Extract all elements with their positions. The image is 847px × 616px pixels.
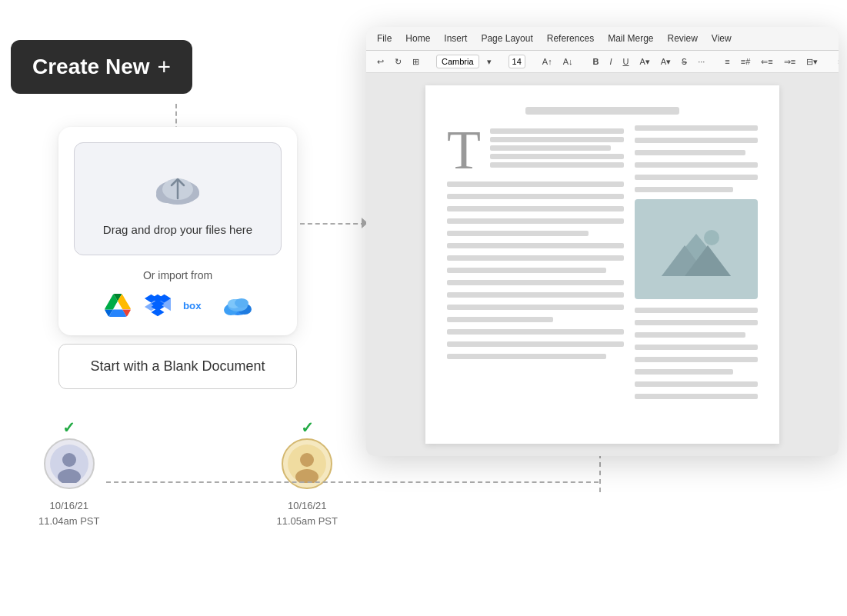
text-line <box>447 268 606 273</box>
doc-column-left: T <box>447 125 624 428</box>
text-line <box>447 280 624 285</box>
image-placeholder <box>635 199 758 299</box>
toolbar-italic[interactable]: I <box>606 55 615 68</box>
svg-point-19 <box>704 230 719 245</box>
toolbar-underline[interactable]: U <box>620 55 632 68</box>
import-icons: box <box>103 291 252 320</box>
text-line <box>490 145 611 151</box>
toolbar-font-grow[interactable]: A↑ <box>539 55 555 68</box>
toolbar-layout[interactable]: ⊞ <box>409 55 422 68</box>
text-line <box>635 357 758 362</box>
toolbar-strikethrough[interactable]: S̶ <box>679 55 690 68</box>
checkmark-1: ✓ <box>62 418 75 437</box>
menu-page-layout[interactable]: Page Layout <box>481 33 532 44</box>
onedrive-icon[interactable] <box>223 291 252 320</box>
toolbar-more[interactable]: ··· <box>695 55 708 68</box>
import-label: Or import from <box>143 269 212 281</box>
text-line <box>447 329 624 335</box>
text-line <box>447 341 624 347</box>
menu-insert[interactable]: Insert <box>444 33 467 44</box>
toolbar-bold[interactable]: B <box>590 55 602 68</box>
toolbar-font-dropdown[interactable]: ▾ <box>484 55 495 68</box>
box-icon[interactable]: box <box>183 291 212 320</box>
svg-text:box: box <box>183 300 202 311</box>
upload-card: Drag and drop your files here Or import … <box>58 127 297 335</box>
text-line <box>635 308 758 313</box>
menu-references[interactable]: References <box>547 33 594 44</box>
text-line <box>447 231 589 236</box>
word-processor-window: File Home Insert Page Layout References … <box>366 27 839 456</box>
toolbar: ↩ ↻ ⊞ Cambria ▾ 14 A↑ A↓ B I U A▾ A▾ S̶ … <box>366 51 839 73</box>
document-page: T <box>425 85 779 444</box>
blank-document-button[interactable]: Start with a Blank Document <box>58 344 297 389</box>
text-line <box>635 332 745 338</box>
user-timestamp-1: 10/16/2111.04am PST <box>38 498 100 528</box>
upload-dropzone[interactable]: Drag and drop your files here <box>74 142 282 255</box>
text-line <box>635 345 758 350</box>
toolbar-bullets[interactable]: ≡ <box>722 55 732 68</box>
import-section: Or import from <box>74 269 282 320</box>
dropbox-icon[interactable] <box>143 291 172 320</box>
create-new-label: Create New <box>32 55 150 79</box>
toolbar-redo[interactable]: ↻ <box>392 55 405 68</box>
toolbar-font-size[interactable]: 14 <box>509 55 525 68</box>
text-line <box>490 137 624 142</box>
doc-connector-vertical <box>599 454 601 492</box>
toolbar-highlight[interactable]: A▾ <box>636 55 652 68</box>
menu-mail-merge[interactable]: Mail Merge <box>608 33 653 44</box>
avatar-1 <box>44 438 95 489</box>
create-new-button[interactable]: Create New + <box>11 40 192 94</box>
menu-file[interactable]: File <box>377 33 392 44</box>
svg-point-16 <box>300 453 314 467</box>
text-line <box>635 320 758 325</box>
text-line <box>635 187 733 192</box>
text-line <box>447 243 624 248</box>
text-line <box>635 150 745 155</box>
toolbar-undo[interactable]: ↩ <box>374 55 387 68</box>
text-line <box>635 175 758 180</box>
text-line <box>635 369 733 375</box>
menu-view[interactable]: View <box>712 33 732 44</box>
text-line <box>635 125 758 131</box>
menu-review[interactable]: Review <box>668 33 698 44</box>
text-line <box>447 292 624 298</box>
text-line <box>635 138 758 143</box>
toolbar-numbered[interactable]: ≡# <box>738 55 754 68</box>
toolbar-font-selector[interactable]: Cambria <box>436 55 479 68</box>
connector-line-horizontal <box>300 223 365 225</box>
text-line <box>447 305 624 310</box>
page-title-placeholder <box>525 107 679 115</box>
toolbar-color[interactable]: A▾ <box>658 55 674 68</box>
toolbar-font-shrink[interactable]: A↓ <box>560 55 576 68</box>
document-canvas: T <box>366 73 839 456</box>
toolbar-indent[interactable]: ⇒≡ <box>781 55 799 68</box>
checkmark-2: ✓ <box>301 418 314 437</box>
document-columns: T <box>447 125 758 428</box>
text-line <box>447 194 624 199</box>
text-line <box>490 162 624 168</box>
svg-point-13 <box>62 453 76 467</box>
user-item-2: ✓ 10/16/2111.05am PST <box>277 438 338 528</box>
text-line <box>447 181 624 187</box>
text-line <box>447 317 553 322</box>
text-line <box>447 354 606 359</box>
toolbar-outdent[interactable]: ⇐≡ <box>758 55 775 68</box>
google-drive-icon[interactable] <box>103 291 132 320</box>
text-line <box>447 218 624 224</box>
toolbar-align-left[interactable]: ≡ <box>835 55 839 68</box>
drop-cap-T: T <box>447 122 481 178</box>
text-line <box>447 255 624 261</box>
text-line <box>635 394 758 399</box>
users-section: ✓ 10/16/2111.04am PST ✓ 10/16/2111.05am … <box>38 438 338 528</box>
text-line <box>635 162 758 168</box>
svg-point-11 <box>235 298 248 308</box>
text-line <box>490 154 624 159</box>
users-connector-line <box>106 481 599 483</box>
doc-column-right <box>635 125 758 428</box>
dropzone-text: Drag and drop your files here <box>103 223 252 236</box>
text-line <box>447 206 624 211</box>
toolbar-list-more[interactable]: ⊟▾ <box>803 55 821 68</box>
menu-home[interactable]: Home <box>405 33 430 44</box>
blank-doc-label: Start with a Blank Document <box>90 358 265 374</box>
user-timestamp-2: 10/16/2111.05am PST <box>277 498 338 528</box>
